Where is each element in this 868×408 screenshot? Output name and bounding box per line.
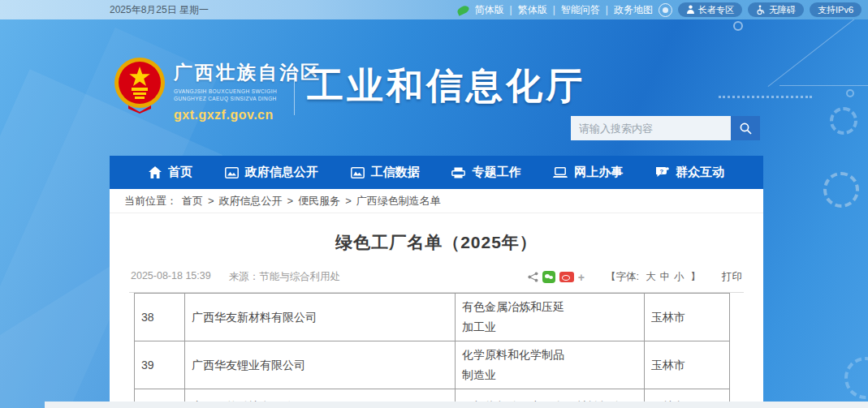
article-meta: 2025-08-18 15:39 来源：节能与综合利用处 + 【字体: 大 中 … (129, 270, 744, 293)
page-root: 2025年8月25日 星期一 简体版 | 繁体版 | 智能问答 | 政务地图 长… (0, 0, 868, 408)
gear-icon (823, 172, 859, 208)
printer-icon (451, 167, 465, 178)
person-icon (686, 5, 695, 15)
breadcrumb-separator: > (345, 195, 352, 207)
search-button[interactable] (731, 116, 760, 140)
breadcrumb-item-home[interactable]: 首页 (182, 194, 203, 208)
font-label-open: 【字体: (606, 270, 639, 284)
more-share-icon[interactable]: + (578, 271, 585, 284)
round-badge-icon[interactable] (659, 3, 672, 17)
article: 绿色工厂名单（2025年） 2025-08-18 15:39 来源：节能与综合利… (110, 213, 763, 408)
accessibility-button[interactable]: 无障碍 (748, 2, 804, 17)
search-icon (739, 122, 753, 135)
nav-label: 网上办事 (574, 165, 623, 180)
table-row: 38 广西华友新材料有限公司 有色金属冶炼和压延 加工业 玉林市 (135, 294, 730, 341)
header-divider (294, 67, 295, 115)
romanization-line1: GVANGJSIH BOUXCUENGH SWCIGIH (174, 88, 322, 95)
home-icon (149, 166, 162, 178)
font-size-medium[interactable]: 中 (660, 270, 671, 284)
meta-left: 2025-08-18 15:39 来源：节能与综合利用处 (131, 270, 340, 284)
bottom-strip (45, 402, 868, 408)
content-panel: 当前位置： 首页 > 政府信息公开 > 便民服务 > 广西绿色制造名单 绿色工厂… (110, 189, 763, 408)
breadcrumb-separator: > (208, 195, 214, 207)
link-simplified[interactable]: 简体版 (475, 3, 504, 17)
separator: | (606, 4, 608, 15)
source: 来源：节能与综合利用处 (229, 270, 341, 284)
breadcrumb: 当前位置： 首页 > 政府信息公开 > 便民服务 > 广西绿色制造名单 (110, 189, 763, 213)
print-button[interactable]: 打印 (722, 270, 742, 284)
share-icon[interactable] (528, 272, 538, 282)
topbar-links: 简体版 | 繁体版 | 智能问答 | 政务地图 长者专区 无障碍 支持IPv6 (457, 2, 862, 17)
font-size-large[interactable]: 大 (646, 270, 656, 284)
nav-label: 政府信息公开 (245, 165, 318, 180)
cell-company: 广西华友锂业有限公司 (185, 341, 456, 389)
wechat-share-icon[interactable] (542, 271, 555, 283)
search-input[interactable] (571, 116, 731, 140)
picture-icon (225, 167, 239, 178)
site-header: 广西壮族自治区 GVANGJSIH BOUXCUENGH SWCIGIH GUN… (0, 19, 868, 156)
cell-city: 玉林市 (645, 341, 730, 389)
nav-item-gov-info[interactable]: 政府信息公开 (225, 165, 318, 180)
font-size-small[interactable]: 小 (674, 270, 684, 284)
link-traditional[interactable]: 繁体版 (518, 3, 547, 17)
separator: | (510, 4, 512, 15)
main-nav: 首页 政府信息公开 工信数据 专题工作 网上办事 ? 群众互动 (110, 156, 763, 189)
region-romanization: GVANGJSIH BOUXCUENGH SWCIGIH GUNGHYEZ CA… (174, 88, 322, 102)
wheelchair-icon (756, 5, 766, 15)
nav-item-topics[interactable]: 专题工作 (451, 165, 520, 180)
font-size-control: 大 中 小 (646, 270, 684, 284)
nav-label: 专题工作 (472, 165, 520, 180)
industry-line: 制造业 (462, 365, 637, 385)
ipv6-label: 支持IPv6 (818, 4, 853, 16)
department-title: 工业和信息化厅 (307, 62, 585, 110)
cell-city: 玉林市 (645, 294, 730, 341)
link-gov-map[interactable]: 政务地图 (614, 3, 653, 17)
font-label-close: 】 (691, 270, 702, 284)
top-utility-bar: 2025年8月25日 星期一 简体版 | 繁体版 | 智能问答 | 政务地图 长… (0, 0, 868, 19)
search-bar (571, 116, 760, 140)
chat-bubble-icon: ? (655, 166, 669, 178)
industry-line: 有色金属冶炼和压延 (462, 297, 637, 317)
region-name: 广西壮族自治区 (174, 60, 322, 85)
gear-icon (844, 357, 868, 399)
nav-label: 群众互动 (676, 165, 724, 180)
laptop-icon (553, 167, 568, 178)
romanization-line2: GUNGHYEZ CAEUQ SINSIZVA DINGH (174, 95, 322, 102)
ipv6-badge[interactable]: 支持IPv6 (810, 2, 862, 17)
nav-label: 首页 (168, 165, 192, 180)
industry-line: 化学原料和化学制品 (462, 345, 637, 365)
cell-industry: 化学原料和化学制品 制造业 (456, 341, 645, 389)
share-group: + (528, 271, 585, 284)
factory-table: 38 广西华友新材料有限公司 有色金属冶炼和压延 加工业 玉林市 39 广西华友… (134, 293, 730, 408)
nav-item-data[interactable]: 工信数据 (351, 165, 420, 180)
elder-zone-label: 长者专区 (698, 4, 734, 16)
breadcrumb-item-current: 广西绿色制造名单 (356, 194, 441, 208)
breadcrumb-separator: > (287, 195, 294, 207)
breadcrumb-item-gov-info[interactable]: 政府信息公开 (219, 194, 283, 208)
nav-item-home[interactable]: 首页 (149, 165, 192, 180)
brand-block: 广西壮族自治区 GVANGJSIH BOUXCUENGH SWCIGIH GUN… (174, 60, 322, 122)
page-title: 绿色工厂名单（2025年） (129, 231, 744, 254)
nav-item-interaction[interactable]: ? 群众互动 (655, 165, 724, 180)
publish-date: 2025-08-18 15:39 (131, 270, 211, 284)
current-date: 2025年8月25日 星期一 (110, 3, 209, 17)
cell-number: 39 (135, 341, 185, 389)
link-smart-qa[interactable]: 智能问答 (561, 3, 600, 17)
nav-label: 工信数据 (371, 165, 420, 180)
cell-industry: 有色金属冶炼和压延 加工业 (456, 294, 645, 341)
cell-company: 广西华友新材料有限公司 (185, 294, 456, 341)
meta-right: + 【字体: 大 中 小 】 打印 (528, 270, 742, 284)
breadcrumb-item-services[interactable]: 便民服务 (298, 194, 340, 208)
national-emblem (114, 55, 166, 117)
weibo-share-icon[interactable] (559, 272, 574, 282)
elder-zone-button[interactable]: 长者专区 (678, 2, 742, 17)
nav-item-online-services[interactable]: 网上办事 (553, 165, 623, 180)
cell-number: 38 (135, 294, 185, 341)
svg-text:?: ? (660, 168, 664, 175)
industry-line: 加工业 (462, 317, 637, 337)
accessibility-label: 无障碍 (769, 4, 796, 16)
picture-icon (351, 167, 365, 178)
breadcrumb-prefix: 当前位置： (124, 194, 177, 208)
site-url[interactable]: gxt.gxzf.gov.cn (174, 108, 322, 122)
separator: | (553, 4, 555, 15)
